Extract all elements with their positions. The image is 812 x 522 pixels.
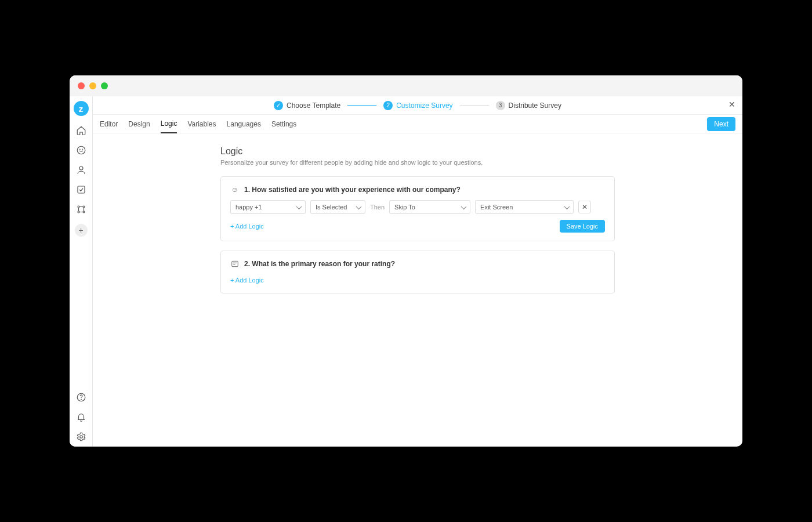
svg-point-8 xyxy=(83,211,85,213)
brand-logo[interactable]: z xyxy=(74,101,89,116)
wizard-step-label: Choose Template xyxy=(287,102,340,110)
check-icon: ✓ xyxy=(274,101,283,110)
text-icon xyxy=(230,259,240,269)
svg-point-7 xyxy=(78,211,79,213)
svg-point-6 xyxy=(83,206,85,208)
question-card: 2. What is the primary reason for your r… xyxy=(220,251,615,293)
page-subtitle: Personalize your survey for different pe… xyxy=(220,159,615,166)
flow-icon[interactable] xyxy=(76,204,86,215)
svg-point-11 xyxy=(79,436,82,438)
survey-icon[interactable] xyxy=(76,145,86,155)
logic-action-select[interactable]: Skip To xyxy=(389,200,470,214)
wizard-bar: ✓ Choose Template 2 Customize Survey 3 D… xyxy=(93,96,742,115)
next-button[interactable]: Next xyxy=(707,117,735,131)
svg-point-5 xyxy=(78,206,79,208)
step-number-icon: 3 xyxy=(496,101,505,110)
wizard-step-2[interactable]: 2 Customize Survey xyxy=(383,101,452,110)
sub-nav: Editor Design Logic Variables Languages … xyxy=(93,115,742,133)
tab-logic[interactable]: Logic xyxy=(161,115,177,133)
main-column: ✓ Choose Template 2 Customize Survey 3 D… xyxy=(93,96,742,447)
wizard-step-3[interactable]: 3 Distribute Survey xyxy=(496,101,561,110)
traffic-light-minimize[interactable] xyxy=(89,82,96,89)
question-title: 2. What is the primary reason for your r… xyxy=(244,260,395,268)
traffic-light-close[interactable] xyxy=(78,82,85,89)
close-icon[interactable]: ✕ xyxy=(728,100,735,109)
step-number-icon: 2 xyxy=(383,101,393,110)
traffic-light-zoom[interactable] xyxy=(101,82,108,89)
side-rail: z + xyxy=(70,96,93,447)
svg-rect-4 xyxy=(78,186,85,193)
tab-editor[interactable]: Editor xyxy=(100,115,118,133)
add-icon[interactable]: + xyxy=(75,224,88,237)
question-title: 1. How satisfied are you with your exper… xyxy=(244,186,461,194)
logic-row: happy +1 Is Selected Then Skip To Exit S… xyxy=(230,200,605,214)
wizard-step-label: Customize Survey xyxy=(396,102,452,110)
tab-design[interactable]: Design xyxy=(128,115,150,133)
notifications-icon[interactable] xyxy=(76,412,86,422)
wizard-connector xyxy=(460,105,489,106)
wizard-step-1[interactable]: ✓ Choose Template xyxy=(274,101,340,110)
svg-point-3 xyxy=(79,166,83,170)
page-title: Logic xyxy=(220,146,615,157)
logic-target-select[interactable]: Exit Screen xyxy=(475,200,574,214)
app-window: z + ✓ Choose Template 2 Customize Sur xyxy=(70,75,742,447)
mac-title-bar xyxy=(70,75,742,96)
remove-logic-icon[interactable]: ✕ xyxy=(578,201,591,213)
add-logic-button[interactable]: + Add Logic xyxy=(230,223,264,230)
user-icon[interactable] xyxy=(76,165,86,175)
tab-settings[interactable]: Settings xyxy=(271,115,296,133)
app-body: z + ✓ Choose Template 2 Customize Sur xyxy=(70,96,742,447)
logic-option-select[interactable]: happy +1 xyxy=(230,200,306,214)
question-card: ☺ 1. How satisfied are you with your exp… xyxy=(220,176,615,241)
svg-rect-12 xyxy=(232,261,238,266)
settings-icon[interactable] xyxy=(76,432,86,442)
smiley-icon: ☺ xyxy=(230,185,240,194)
help-icon[interactable] xyxy=(76,392,86,403)
logic-condition-select[interactable]: Is Selected xyxy=(310,200,365,214)
tab-variables[interactable]: Variables xyxy=(187,115,216,133)
home-icon[interactable] xyxy=(76,125,86,136)
add-logic-button[interactable]: + Add Logic xyxy=(230,277,264,284)
svg-point-10 xyxy=(81,399,81,400)
svg-point-2 xyxy=(82,149,82,150)
content-area: Logic Personalize your survey for differ… xyxy=(93,133,742,447)
svg-point-0 xyxy=(77,146,85,154)
wizard-connector xyxy=(347,105,376,106)
tab-languages[interactable]: Languages xyxy=(227,115,261,133)
svg-point-1 xyxy=(79,149,80,150)
then-label: Then xyxy=(370,204,385,211)
save-logic-button[interactable]: Save Logic xyxy=(560,220,605,233)
wizard-step-label: Distribute Survey xyxy=(509,102,561,110)
tasks-icon[interactable] xyxy=(76,184,86,195)
